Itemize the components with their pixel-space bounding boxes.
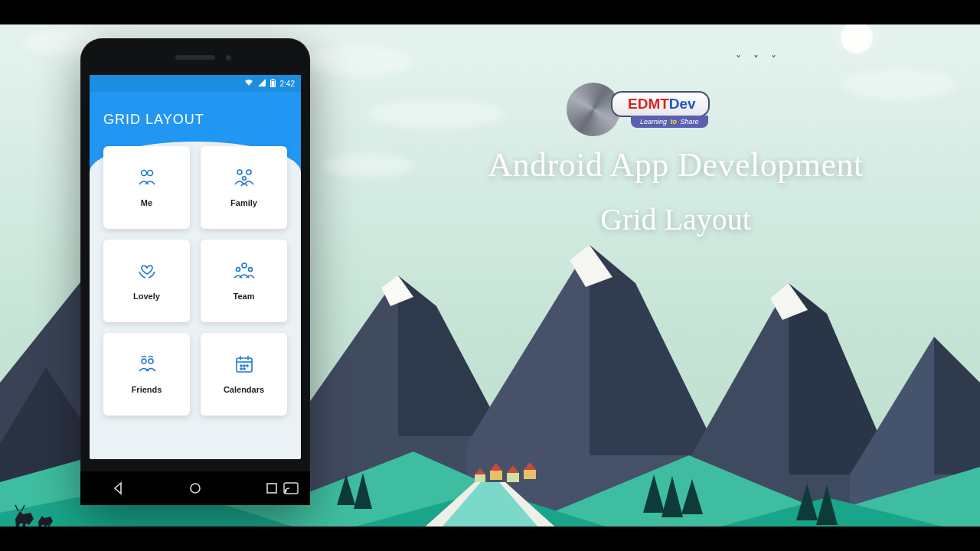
svg-point-44 <box>242 263 247 268</box>
card-label: Team <box>234 292 255 301</box>
card-grid: Me Family Lovely Team <box>90 146 301 416</box>
svg-point-46 <box>248 268 252 272</box>
svg-point-48 <box>149 359 153 364</box>
card-label: Me <box>141 198 152 207</box>
svg-point-39 <box>141 171 146 176</box>
svg-point-47 <box>142 359 146 364</box>
svg-point-45 <box>236 268 240 272</box>
recent-button[interactable] <box>263 480 280 497</box>
back-button[interactable] <box>110 480 127 497</box>
svg-point-56 <box>240 368 242 370</box>
tagline-post: Share <box>681 118 699 126</box>
battery-icon <box>270 79 276 89</box>
svg-point-40 <box>147 171 152 176</box>
svg-point-55 <box>247 365 248 367</box>
signal-icon <box>258 79 266 88</box>
phone-screen: 2:42 GRID LAYOUT Me Family <box>90 75 301 459</box>
logo-brand-main: EDMT <box>628 96 669 112</box>
letterbox-bottom <box>0 527 980 551</box>
home-button[interactable] <box>187 480 204 497</box>
promo-title-line2: Grid Layout <box>417 201 934 237</box>
svg-point-43 <box>242 177 246 181</box>
svg-rect-60 <box>267 484 276 493</box>
logo-brand-accent: Dev <box>669 96 696 112</box>
svg-rect-29 <box>524 470 536 479</box>
promo-title-block: Android App Development Grid Layout <box>417 145 934 237</box>
card-lovely[interactable]: Lovely <box>103 240 190 322</box>
android-navbar <box>80 471 310 505</box>
card-calendars[interactable]: Calendars <box>201 333 287 416</box>
wifi-icon <box>244 79 253 88</box>
svg-rect-38 <box>271 81 274 86</box>
tagline-mid: to <box>671 118 678 126</box>
card-family[interactable]: Family <box>201 146 287 229</box>
card-label: Lovely <box>133 292 160 301</box>
svg-marker-35 <box>258 79 266 86</box>
family-icon <box>233 168 256 192</box>
svg-point-59 <box>191 484 200 493</box>
logo-brand: EDMTDev <box>611 91 710 117</box>
phone-camera <box>226 55 231 60</box>
phone-speaker <box>175 55 215 60</box>
phone-frame: 2:42 GRID LAYOUT Me Family <box>80 38 310 505</box>
svg-marker-58 <box>115 483 121 494</box>
me-icon <box>136 168 158 192</box>
header-title: GRID LAYOUT <box>103 112 204 127</box>
calendars-icon <box>234 354 254 379</box>
svg-rect-25 <box>490 471 502 480</box>
svg-point-57 <box>243 368 245 370</box>
edmtdev-logo: EDMTDev Learning to Share <box>567 83 710 136</box>
team-icon <box>233 261 256 285</box>
friends-icon <box>136 354 158 379</box>
status-bar: 2:42 <box>90 75 301 92</box>
logo-tagline: Learning to Share <box>631 116 708 128</box>
svg-point-54 <box>243 365 245 367</box>
svg-rect-31 <box>475 474 485 482</box>
birds-decoration: ˅ ˅ ˅ <box>736 54 781 66</box>
svg-rect-27 <box>507 473 519 482</box>
card-label: Family <box>230 198 257 207</box>
svg-point-41 <box>237 170 242 174</box>
status-time: 2:42 <box>280 80 295 88</box>
tagline-pre: Learning <box>640 118 667 126</box>
card-me[interactable]: Me <box>103 146 190 229</box>
card-team[interactable]: Team <box>201 240 287 322</box>
cast-button[interactable] <box>283 480 299 497</box>
promo-title-line1: Android App Development <box>417 145 934 184</box>
svg-point-53 <box>240 365 242 367</box>
card-label: Calendars <box>224 385 264 394</box>
lovely-icon <box>136 261 158 285</box>
svg-point-62 <box>285 491 286 493</box>
card-label: Friends <box>132 385 162 394</box>
svg-marker-12 <box>934 337 980 474</box>
card-friends[interactable]: Friends <box>103 333 190 416</box>
letterbox-top <box>0 0 980 24</box>
svg-point-42 <box>247 170 251 174</box>
